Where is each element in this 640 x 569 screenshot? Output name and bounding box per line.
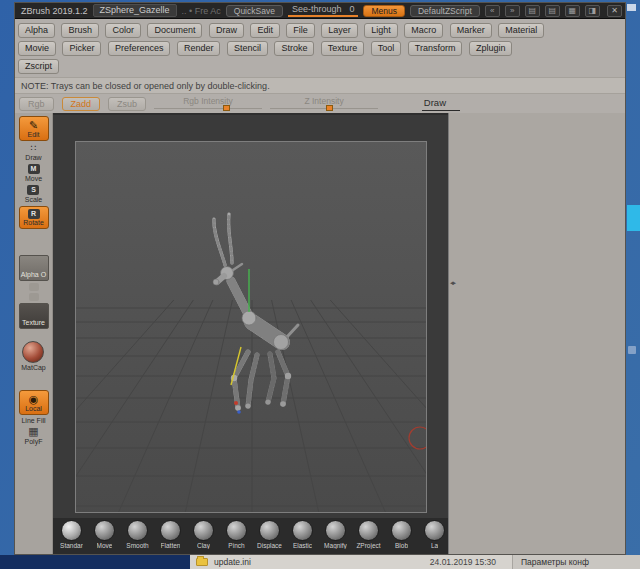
menu-item-light[interactable]: Light xyxy=(364,23,398,38)
gazelle-zsphere-model xyxy=(76,142,427,513)
desktop-window-icon[interactable] xyxy=(627,4,636,11)
slider-track xyxy=(270,108,378,109)
zadd-button[interactable]: Zadd xyxy=(62,97,101,111)
material-selector[interactable]: MatCap xyxy=(21,341,46,372)
menu-item-material[interactable]: Material xyxy=(498,23,544,38)
draw-tool-button[interactable]: ∷ Draw xyxy=(25,143,41,162)
menu-item-render[interactable]: Render xyxy=(177,41,221,56)
brush-pinch[interactable]: Pinch xyxy=(220,520,253,549)
alpha-label: Alpha O xyxy=(21,271,46,280)
menu-item-color[interactable]: Color xyxy=(105,23,141,38)
menu-row-2: Movie Picker Preferences Render Stencil … xyxy=(17,40,623,57)
menu-item-brush[interactable]: Brush xyxy=(61,23,99,38)
menu-item-tool[interactable]: Tool xyxy=(371,41,402,56)
polyframe-grid-icon: ▦ xyxy=(28,426,38,437)
menu-item-stencil[interactable]: Stencil xyxy=(227,41,268,56)
quicksave-button[interactable]: QuickSave xyxy=(226,5,283,17)
menu-item-transform[interactable]: Transform xyxy=(408,41,463,56)
rotate-tool-button[interactable]: R Rotate xyxy=(19,206,49,229)
pencil-icon: ✎ xyxy=(29,119,38,131)
close-icon[interactable]: ✕ xyxy=(607,5,622,17)
document-area[interactable] xyxy=(75,141,427,513)
menu-row-3: Zscript xyxy=(17,58,623,75)
z-intensity-slider[interactable]: Z Intensity xyxy=(270,96,378,111)
see-through-slider[interactable]: See-through 0 xyxy=(288,4,359,17)
explorer-panel-title: Параметры конф xyxy=(512,555,640,569)
menu-item-zscript[interactable]: Zscript xyxy=(18,59,59,74)
copy-document-icon[interactable]: ▤ xyxy=(525,5,540,17)
brush-smooth[interactable]: Smooth xyxy=(121,520,154,549)
brush-sphere-icon xyxy=(424,520,445,541)
brush-zproject[interactable]: ZProject xyxy=(352,520,385,549)
rgb-button[interactable]: Rgb xyxy=(19,97,54,111)
brush-displace[interactable]: Displace xyxy=(253,520,286,549)
tray-scroll-arrows-icon[interactable]: ◂▸ xyxy=(450,279,455,287)
move-tool-button[interactable]: M Move xyxy=(25,164,42,183)
menu-item-marker[interactable]: Marker xyxy=(450,23,492,38)
rotate-tool-label: Rotate xyxy=(23,219,44,227)
edit-tool-button[interactable]: ✎ Edit xyxy=(19,116,49,141)
menu-item-file[interactable]: File xyxy=(286,23,315,38)
brush-flatten[interactable]: Flatten xyxy=(154,520,187,549)
zbrush-window: ZBrush 2019.1.2 ZSphere_Gazelle .. • Fre… xyxy=(14,2,626,555)
viewport-canvas[interactable] xyxy=(53,113,448,518)
brush-shelf: Standar Move Smooth Flatten Clay Pinch D… xyxy=(53,518,448,554)
brush-sphere-icon xyxy=(226,520,247,541)
menu-item-alpha[interactable]: Alpha xyxy=(18,23,55,38)
edit-tool-label: Edit xyxy=(27,131,39,139)
background-window-edge[interactable] xyxy=(627,205,640,231)
scroll-left-icon[interactable]: « xyxy=(485,5,500,17)
right-tray[interactable]: ◂▸ xyxy=(448,113,625,554)
divider-toggle-icon[interactable]: ◨ xyxy=(585,5,600,17)
menu-item-zplugin[interactable]: Zplugin xyxy=(469,41,513,56)
document-tab[interactable]: ZSphere_Gazelle xyxy=(93,4,177,17)
alpha-options-disabled xyxy=(29,283,39,301)
desktop-background: ZBrush 2019.1.2 ZSphere_Gazelle .. • Fre… xyxy=(0,0,640,569)
draw-dots-icon: ∷ xyxy=(31,143,37,153)
paste-document-icon[interactable]: ▤ xyxy=(545,5,560,17)
menu-item-movie[interactable]: Movie xyxy=(18,41,56,56)
slider-thumb[interactable] xyxy=(326,105,333,111)
menu-item-stroke[interactable]: Stroke xyxy=(274,41,314,56)
note-text: NOTE: Trays can be closed or opened only… xyxy=(15,77,625,93)
menus-button[interactable]: Menus xyxy=(363,5,405,17)
brush-elastic[interactable]: Elastic xyxy=(286,520,319,549)
brush-move[interactable]: Move xyxy=(88,520,121,549)
menu-item-document[interactable]: Document xyxy=(147,23,202,38)
menu-item-texture[interactable]: Texture xyxy=(321,41,365,56)
brush-sphere-icon xyxy=(127,520,148,541)
grid-toggle-icon[interactable]: ▦ xyxy=(565,5,580,17)
explorer-file-name[interactable]: update.ini xyxy=(214,557,251,567)
draw-mode-label: Draw xyxy=(422,97,460,111)
menu-item-edit[interactable]: Edit xyxy=(250,23,280,38)
menu-item-preferences[interactable]: Preferences xyxy=(108,41,171,56)
menu-item-layer[interactable]: Layer xyxy=(321,23,358,38)
alpha-selector[interactable]: Alpha O xyxy=(19,255,49,281)
desktop-shortcut-icon[interactable] xyxy=(628,346,636,354)
explorer-row[interactable]: update.ini 24.01.2019 15:30 Параметры ко… xyxy=(190,555,640,569)
line-fill-label: Line Fill xyxy=(21,417,45,425)
menu-item-macro[interactable]: Macro xyxy=(404,23,443,38)
scroll-right-icon[interactable]: » xyxy=(505,5,520,17)
menu-item-picker[interactable]: Picker xyxy=(62,41,101,56)
zsub-button[interactable]: Zsub xyxy=(108,97,146,111)
titlebar-extra-text: .. • Fre Ac xyxy=(182,6,221,16)
canvas-column: Standar Move Smooth Flatten Clay Pinch D… xyxy=(53,113,448,554)
default-zscript-button[interactable]: DefaultZScript xyxy=(410,5,480,17)
texture-selector[interactable]: Texture xyxy=(19,303,49,329)
brush-clay[interactable]: Clay xyxy=(187,520,220,549)
brush-standard[interactable]: Standar xyxy=(55,520,88,549)
brush-lazy[interactable]: La xyxy=(418,520,451,549)
app-title: ZBrush 2019.1.2 xyxy=(21,6,88,16)
rgb-intensity-label: Rgb Intensity xyxy=(154,96,262,106)
rotate-icon: R xyxy=(28,209,40,219)
slider-thumb[interactable] xyxy=(223,105,230,111)
brush-blob[interactable]: Blob xyxy=(385,520,418,549)
local-symmetry-button[interactable]: ◉ Local xyxy=(19,390,49,415)
menu-item-draw[interactable]: Draw xyxy=(209,23,244,38)
rgb-intensity-slider[interactable]: Rgb Intensity xyxy=(154,96,262,111)
line-fill-control[interactable]: Line Fill ▦ PolyF xyxy=(21,417,45,446)
scale-tool-button[interactable]: S Scale xyxy=(25,185,43,204)
disabled-icon xyxy=(29,283,39,291)
brush-magnify[interactable]: Magnify xyxy=(319,520,352,549)
